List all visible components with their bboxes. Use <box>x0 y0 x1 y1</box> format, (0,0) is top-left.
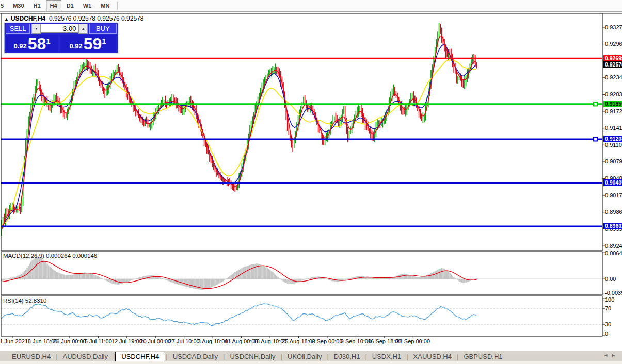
rsi-tick-label: 30 <box>605 321 611 328</box>
price-tick-label: 0.91100 <box>605 142 622 148</box>
price-tick-label: 0.91720 <box>605 108 622 115</box>
chart-tab-audusd[interactable]: AUDUSD,Daily <box>58 352 113 361</box>
sell-price-sup: 1 <box>46 37 50 45</box>
hline-price-label: 0.89602 <box>603 223 622 229</box>
macd-tick-label: 0.006451 <box>605 250 622 257</box>
hline-price-label: 0.91208 <box>603 136 622 142</box>
one-click-trading-panel: SELL ▼ 3.00 ▲ BUY 0.92 58 1 0.92 59 1 <box>4 23 118 53</box>
buy-button[interactable]: BUY <box>89 24 117 34</box>
sell-price-small: 0.92 <box>13 42 26 50</box>
price-tick-label: 0.90790 <box>605 158 622 165</box>
volume-increase-button[interactable]: ▲ <box>78 24 87 34</box>
price-tick-label: 0.89240 <box>605 243 622 250</box>
time-axis-label: 27 Jul 10:00 <box>169 338 200 344</box>
time-axis-label: 5 Jul 11:00 <box>85 338 112 344</box>
rsi-value: 52.8310 <box>25 297 47 304</box>
chart-tab-usdx[interactable]: USDX,H1 <box>368 352 406 361</box>
rsi-tick-label: 70 <box>605 305 611 312</box>
time-axis-label: 2 Sep 00:00 <box>312 338 342 344</box>
current-price-label: 0.92578 <box>603 61 622 68</box>
chart-tab-gbpusd[interactable]: GBPUSD,H1 <box>459 352 507 361</box>
chart-tab-ukoil[interactable]: UKOil,Daily <box>283 352 326 361</box>
buy-price-sup: 1 <box>102 37 106 45</box>
time-axis-label: 18 Jun 18:00 <box>25 338 58 344</box>
price-tick-label: 0.92030 <box>605 91 622 98</box>
price-tick-label: 0.90170 <box>605 192 622 199</box>
time-axis-label: 12 Jul 19:00 <box>111 338 142 344</box>
time-axis-label: 9 Sep 10:00 <box>341 338 371 344</box>
macd-value-1: 0.000264 <box>46 253 71 259</box>
quote-header: ▲USDCHF,H4 0.92576 0.92578 0.92576 0.925… <box>4 15 143 22</box>
volume-decrease-button[interactable]: ▼ <box>31 24 40 34</box>
macd-indicator-label: MACD(12,26,9) 0.000264 0.000146 <box>3 253 97 259</box>
chart-tab-xauusd[interactable]: XAUUSD,H4 <box>409 352 456 361</box>
tab-scroll-left-icon[interactable]: ◄ <box>603 353 611 358</box>
tab-scroll-right-icon[interactable]: ► <box>611 353 619 358</box>
buy-price-small: 0.92 <box>69 42 82 50</box>
time-axis-label: 24 Sep 00:00 <box>396 338 430 344</box>
trade-panel-top-row: SELL ▼ 3.00 ▲ BUY <box>5 23 118 34</box>
hline-price-label: 0.90405 <box>603 179 622 186</box>
price-tick-label: 0.92960 <box>605 41 622 47</box>
hline-price-label: 0.92699 <box>603 55 622 62</box>
hline-price-label: 0.91855 <box>603 101 622 107</box>
time-axis-label: 3 Aug 18:00 <box>198 338 228 344</box>
status-strip <box>0 361 622 364</box>
symbol-period-label: USDCHF,H4 <box>11 15 45 22</box>
panel-backgrounds <box>1 13 602 336</box>
chart-tab-usdcad[interactable]: USDCAD,Daily <box>168 352 222 361</box>
macd-tick-label: 0.00 <box>605 276 616 283</box>
price-tick-label: 0.89860 <box>605 209 622 216</box>
chart-tab-eurusd[interactable]: EURUSD,H4 <box>7 352 55 361</box>
price-tick-label: 0.91410 <box>605 125 622 131</box>
sell-price-big: 58 <box>28 36 46 52</box>
price-tick-label: 0.92340 <box>605 74 622 81</box>
macd-tick-label: -0.00350 <box>605 290 622 296</box>
time-axis-label: 25 Aug 18:00 <box>282 338 315 344</box>
price-tick-label: 0.93270 <box>605 24 622 31</box>
chart-tab-usdcnh[interactable]: USDCNH,Daily <box>225 352 280 361</box>
chart-tab-usdchf[interactable]: USDCHF,H4 <box>115 352 165 361</box>
buy-price-box[interactable]: 0.92 59 1 <box>60 35 116 52</box>
chart-tab-bar: EURUSD,H4|AUDUSD,Daily|USDCHF,H4|USDCAD,… <box>0 351 622 362</box>
tab-scroll-arrows[interactable]: ◄► <box>603 353 619 358</box>
trading-terminal-window: 5M30H1H4D1W1MN ▲USDCHF,H4 0.92576 0.9257… <box>0 0 622 364</box>
time-axis-label: 20 Jul 00:00 <box>140 338 171 344</box>
chart-canvas[interactable] <box>0 0 622 364</box>
rsi-name: RSI(14) <box>3 297 24 304</box>
rsi-indicator-label: RSI(14) 52.8310 <box>3 297 46 304</box>
rsi-tick-label: 0 <box>605 330 608 337</box>
buy-price-big: 59 <box>84 36 102 52</box>
rsi-tick-label: 100 <box>605 296 614 303</box>
time-axis-label: 11 Jun 2021 <box>0 338 28 344</box>
ohlc-values: 0.92576 0.92578 0.92576 0.92578 <box>49 15 144 22</box>
macd-name: MACD(12,26,9) <box>3 253 44 259</box>
sell-price-box[interactable]: 0.92 58 1 <box>6 35 58 52</box>
time-axis-label: 26 Jun 00:00 <box>53 338 86 344</box>
collapse-triangle-icon[interactable]: ▲ <box>4 16 9 22</box>
sell-button[interactable]: SELL <box>6 24 30 34</box>
trade-panel-price-row: 0.92 58 1 0.92 59 1 <box>5 34 118 52</box>
volume-input[interactable]: 3.00 <box>41 24 79 33</box>
chart-tab-dj30[interactable]: DJ30,H1 <box>329 352 365 361</box>
macd-value-2: 0.000146 <box>72 253 97 259</box>
